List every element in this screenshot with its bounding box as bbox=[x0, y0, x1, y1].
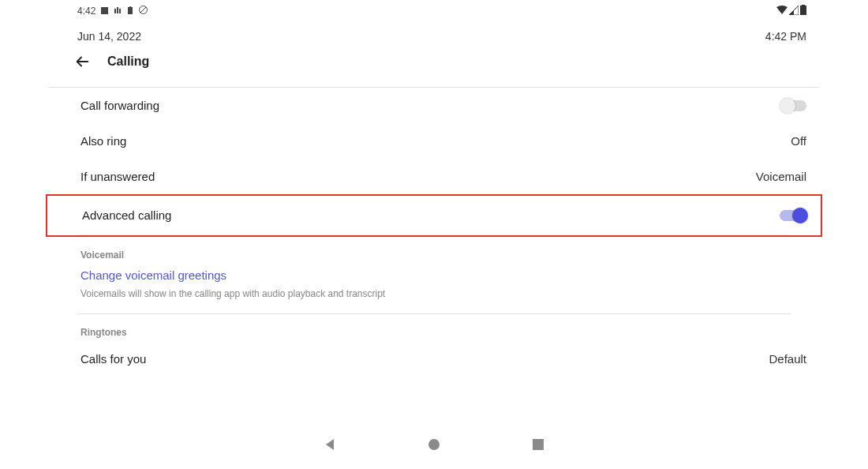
svg-rect-1 bbox=[114, 9, 116, 13]
row-calls-for-you[interactable]: Calls for you Default bbox=[49, 341, 819, 377]
square-recent-icon bbox=[532, 438, 544, 451]
row-also-ring[interactable]: Also ring Off bbox=[49, 123, 819, 159]
row-call-forwarding[interactable]: Call forwarding bbox=[49, 88, 819, 123]
toggle-call-forwarding[interactable] bbox=[781, 100, 806, 111]
svg-rect-5 bbox=[129, 6, 131, 7]
svg-rect-9 bbox=[802, 5, 805, 6]
svg-rect-11 bbox=[533, 439, 544, 450]
wifi-icon bbox=[776, 6, 788, 17]
row-label: Call forwarding bbox=[80, 99, 159, 112]
highlight-advanced-calling: Advanced calling bbox=[46, 194, 822, 237]
battery-small-icon bbox=[127, 6, 133, 17]
toggle-thumb bbox=[780, 98, 795, 114]
row-label: Calls for you bbox=[80, 352, 146, 366]
svg-rect-4 bbox=[128, 7, 133, 14]
battery-icon bbox=[800, 5, 806, 17]
status-date: Jun 14, 2022 bbox=[77, 30, 141, 43]
row-value: Off bbox=[791, 134, 806, 148]
section-header-ringtones: Ringtones bbox=[49, 314, 819, 341]
svg-point-10 bbox=[428, 439, 440, 450]
row-label: Advanced calling bbox=[82, 208, 171, 222]
status-time: 4:42 bbox=[77, 6, 95, 17]
svg-rect-2 bbox=[117, 7, 118, 13]
nav-back-button[interactable] bbox=[321, 436, 339, 453]
voicemail-help-text: Voicemails will show in the calling app … bbox=[49, 285, 819, 310]
row-label: Also ring bbox=[80, 134, 126, 148]
row-label: If unanswered bbox=[80, 170, 155, 183]
back-button[interactable] bbox=[71, 51, 93, 73]
svg-line-7 bbox=[140, 7, 146, 13]
nav-home-button[interactable] bbox=[425, 436, 443, 453]
signal-icon bbox=[789, 6, 799, 17]
bars-icon bbox=[114, 6, 122, 17]
circle-home-icon bbox=[427, 437, 441, 452]
triangle-back-icon bbox=[323, 437, 337, 452]
row-advanced-calling[interactable]: Advanced calling bbox=[51, 196, 817, 234]
divider bbox=[79, 234, 789, 235]
row-value: Voicemail bbox=[756, 170, 806, 183]
arrow-left-icon bbox=[73, 53, 91, 70]
status-time-right: 4:42 PM bbox=[765, 30, 806, 43]
row-value: Default bbox=[769, 352, 806, 366]
toggle-thumb bbox=[792, 208, 808, 223]
nav-recent-button[interactable] bbox=[529, 436, 547, 453]
toggle-advanced-calling[interactable] bbox=[780, 210, 805, 221]
no-sync-icon bbox=[139, 6, 148, 17]
svg-rect-8 bbox=[800, 6, 806, 15]
square-icon bbox=[101, 6, 108, 17]
svg-rect-3 bbox=[119, 9, 121, 13]
svg-rect-0 bbox=[101, 7, 108, 14]
link-change-voicemail-greetings[interactable]: Change voicemail greetings bbox=[49, 264, 819, 285]
page-title: Calling bbox=[107, 54, 149, 69]
section-header-voicemail: Voicemail bbox=[49, 237, 819, 264]
row-if-unanswered[interactable]: If unanswered Voicemail bbox=[49, 159, 819, 194]
